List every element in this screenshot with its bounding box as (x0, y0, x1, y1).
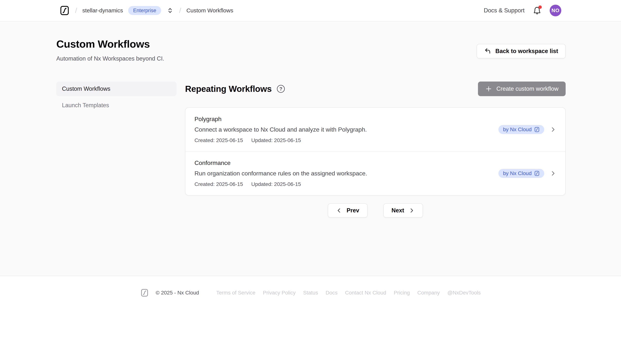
notification-dot (538, 5, 542, 9)
copyright-text: © 2025 - Nx Cloud (156, 290, 199, 296)
workflows-sidebar: Custom Workflows Launch Templates (56, 81, 176, 218)
main-content: Custom Workflows Automation of Nx Worksp… (0, 21, 621, 276)
prev-label: Prev (346, 207, 359, 214)
page-title: Custom Workflows (56, 38, 164, 50)
repeating-workflows-section: Repeating Workflows ? Create custom work… (185, 81, 566, 218)
help-icon[interactable]: ? (277, 85, 285, 93)
nx-logo-icon (140, 288, 149, 297)
footer: © 2025 - Nx Cloud Terms of Service Priva… (0, 276, 621, 364)
badge-label: by Nx Cloud (503, 127, 532, 132)
breadcrumb-separator: / (75, 7, 77, 15)
by-nx-cloud-badge[interactable]: by Nx Cloud (499, 169, 544, 178)
nx-logo-icon (534, 127, 540, 132)
chevron-right-icon[interactable] (550, 126, 556, 133)
chevron-right-icon (409, 207, 415, 213)
workflow-description: Connect a workspace to Nx Cloud and anal… (194, 126, 491, 133)
workflow-title: Polygraph (194, 116, 491, 123)
plus-icon (485, 85, 492, 92)
footer-link-docs[interactable]: Docs (326, 290, 338, 296)
pagination: Prev Next (185, 203, 566, 218)
notifications-button[interactable] (533, 6, 541, 15)
breadcrumb-page: Custom Workflows (186, 7, 233, 14)
by-nx-cloud-badge[interactable]: by Nx Cloud (499, 125, 544, 134)
breadcrumb: / stellar-dynamics Enterprise / Custom W… (59, 5, 233, 16)
create-custom-workflow-button[interactable]: Create custom workflow (478, 81, 566, 96)
footer-link-nxdevtools[interactable]: @NxDevTools (447, 290, 481, 296)
page-subtitle: Automation of Nx Workspaces beyond CI. (56, 55, 164, 62)
undo-arrow-icon (484, 47, 491, 55)
footer-link-privacy[interactable]: Privacy Policy (263, 290, 296, 296)
footer-links: Terms of Service Privacy Policy Status D… (216, 290, 481, 296)
section-title: Repeating Workflows (185, 84, 272, 94)
workflow-description: Run organization conformance rules on th… (194, 170, 491, 177)
nx-logo-icon (534, 171, 540, 176)
workflows-list: Polygraph Connect a workspace to Nx Clou… (185, 107, 566, 195)
workflow-title: Conformance (194, 159, 491, 166)
workflow-updated: Updated: 2025-06-15 (251, 181, 301, 187)
page-header: Custom Workflows Automation of Nx Worksp… (56, 38, 566, 62)
badge-label: by Nx Cloud (503, 170, 532, 176)
create-button-label: Create custom workflow (496, 85, 558, 92)
prev-page-button[interactable]: Prev (328, 203, 367, 218)
back-button-label: Back to workspace list (495, 48, 558, 55)
back-to-workspace-list-button[interactable]: Back to workspace list (477, 44, 566, 59)
breadcrumb-separator: / (179, 7, 181, 15)
breadcrumb-workspace[interactable]: stellar-dynamics (82, 7, 123, 14)
nx-logo-icon[interactable] (59, 5, 70, 16)
workflow-row-polygraph[interactable]: Polygraph Connect a workspace to Nx Clou… (186, 108, 565, 151)
workspace-switcher-icon[interactable] (166, 6, 174, 15)
chevron-right-icon[interactable] (550, 170, 556, 176)
next-label: Next (392, 207, 404, 214)
chevron-left-icon (336, 207, 342, 213)
footer-link-contact[interactable]: Contact Nx Cloud (345, 290, 386, 296)
workflow-row-conformance[interactable]: Conformance Run organization conformance… (186, 151, 565, 195)
sidebar-item-custom-workflows[interactable]: Custom Workflows (56, 81, 176, 96)
enterprise-badge: Enterprise (128, 6, 161, 15)
footer-link-company[interactable]: Company (417, 290, 440, 296)
workflow-created: Created: 2025-06-15 (194, 137, 243, 143)
footer-link-terms[interactable]: Terms of Service (216, 290, 256, 296)
next-page-button[interactable]: Next (383, 203, 423, 218)
sidebar-item-launch-templates[interactable]: Launch Templates (56, 98, 176, 113)
header-actions: Docs & Support NO (484, 5, 561, 16)
user-avatar[interactable]: NO (550, 5, 561, 16)
docs-support-link[interactable]: Docs & Support (484, 7, 524, 14)
footer-link-pricing[interactable]: Pricing (394, 290, 410, 296)
footer-link-status[interactable]: Status (303, 290, 318, 296)
workflow-created: Created: 2025-06-15 (194, 181, 243, 187)
workflow-updated: Updated: 2025-06-15 (251, 137, 301, 143)
top-nav: / stellar-dynamics Enterprise / Custom W… (0, 0, 621, 21)
